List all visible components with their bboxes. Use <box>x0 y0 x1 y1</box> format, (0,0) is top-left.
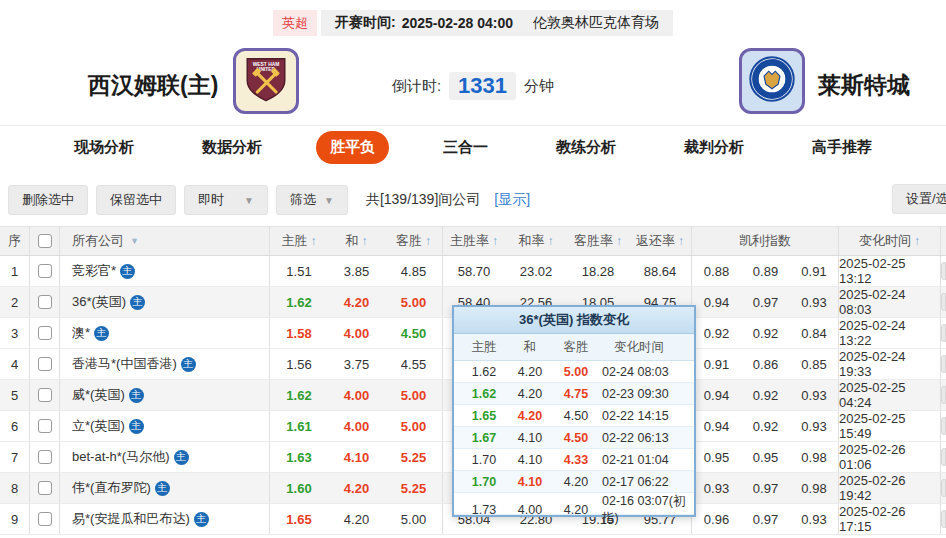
kelly-value: 0.92 <box>692 318 741 348</box>
odds-value[interactable]: 5.00 <box>385 504 443 534</box>
odds-value[interactable]: 4.20 <box>328 287 385 317</box>
select-all-checkbox[interactable] <box>38 234 52 248</box>
col-header-return-rate[interactable]: 返还率↑ <box>629 227 692 255</box>
odds-value[interactable]: 4.00 <box>328 318 385 348</box>
odds-value[interactable]: 4.20 <box>328 504 385 534</box>
nav-tab[interactable]: 三合一 <box>429 131 502 164</box>
keep-selected-button[interactable]: 保留选中 <box>96 185 176 215</box>
odds-value[interactable]: 1.60 <box>270 473 328 503</box>
odds-value[interactable]: 5.00 <box>385 411 443 441</box>
kelly-value: 0.94 <box>692 411 741 441</box>
instant-odds-select[interactable]: 即时 ▼ <box>184 185 268 215</box>
kelly-value: 0.86 <box>741 349 790 379</box>
row-action-button-cutoff[interactable] <box>941 386 946 404</box>
nav-tab[interactable]: 裁判分析 <box>670 131 758 164</box>
company-cell[interactable]: bet-at-h*(马尔他)主 <box>60 442 270 472</box>
odds-value[interactable]: 4.55 <box>385 349 443 379</box>
nav-tab[interactable]: 教练分析 <box>542 131 630 164</box>
rate-value: 58.70 <box>443 256 505 286</box>
row-action-button-cutoff[interactable] <box>941 510 946 528</box>
odds-value[interactable]: 1.51 <box>270 256 328 286</box>
odds-value[interactable]: 5.00 <box>385 380 443 410</box>
settings-select-button[interactable]: 设置/选择 <box>892 184 946 214</box>
filter-button[interactable]: 筛选 ▼ <box>276 185 348 215</box>
nav-tab[interactable]: 胜平负 <box>316 131 389 164</box>
odds-value[interactable]: 1.61 <box>270 411 328 441</box>
col-header-away-rate[interactable]: 客胜率↑ <box>567 227 629 255</box>
row-checkbox[interactable] <box>38 295 52 309</box>
odds-value[interactable]: 4.50 <box>385 318 443 348</box>
nav-tab[interactable]: 现场分析 <box>60 131 148 164</box>
col-header-home-rate[interactable]: 主胜率↑ <box>443 227 505 255</box>
odds-value[interactable]: 4.85 <box>385 256 443 286</box>
odds-value[interactable]: 1.56 <box>270 349 328 379</box>
row-checkbox[interactable] <box>38 326 52 340</box>
row-action-button-cutoff[interactable] <box>941 448 946 466</box>
odds-value[interactable]: 3.75 <box>328 349 385 379</box>
row-action-cell <box>941 380 946 410</box>
odds-value[interactable]: 1.63 <box>270 442 328 472</box>
odds-value[interactable]: 5.25 <box>385 442 443 472</box>
odds-value[interactable]: 1.62 <box>270 380 328 410</box>
row-checkbox-cell <box>30 473 60 503</box>
company-name: 澳* <box>72 324 90 342</box>
company-cell[interactable]: 威*(英国)主 <box>60 380 270 410</box>
row-checkbox[interactable] <box>38 512 52 526</box>
row-action-cell <box>941 287 946 317</box>
row-checkbox[interactable] <box>38 357 52 371</box>
odds-value[interactable]: 4.10 <box>328 442 385 472</box>
company-cell[interactable]: 36*(英国)主 <box>60 287 270 317</box>
row-seq: 6 <box>0 411 30 441</box>
company-cell[interactable]: 竞彩官*主 <box>60 256 270 286</box>
nav-tab[interactable]: 高手推荐 <box>798 131 886 164</box>
popup-col-time: 变化时间 <box>600 334 688 360</box>
company-cell[interactable]: 伟*(直布罗陀)主 <box>60 473 270 503</box>
odds-value[interactable]: 5.00 <box>385 287 443 317</box>
chevron-down-icon: ▼ <box>324 195 334 206</box>
delete-selected-button[interactable]: 删除选中 <box>8 185 88 215</box>
row-action-button-cutoff[interactable] <box>941 479 946 497</box>
company-cell[interactable]: 香港马*(中国香港)主 <box>60 349 270 379</box>
odds-value[interactable]: 1.65 <box>270 504 328 534</box>
sort-asc-icon: ↑ <box>548 234 554 248</box>
away-team-name: 莱斯特城 <box>818 70 910 101</box>
col-header-change-time[interactable]: 变化时间↑ <box>839 227 941 255</box>
popup-change-time: 02-22 06:13 <box>600 427 688 448</box>
row-action-button-cutoff[interactable] <box>941 262 946 280</box>
show-link[interactable]: [显示] <box>494 191 530 209</box>
odds-value[interactable]: 4.20 <box>328 473 385 503</box>
col-header-stub <box>941 227 946 255</box>
countdown-unit: 分钟 <box>524 77 554 96</box>
odds-value[interactable]: 5.25 <box>385 473 443 503</box>
row-checkbox-cell <box>30 411 60 441</box>
nav-tab[interactable]: 数据分析 <box>188 131 276 164</box>
odds-value[interactable]: 1.62 <box>270 287 328 317</box>
odds-value[interactable]: 4.00 <box>328 380 385 410</box>
row-checkbox[interactable] <box>38 388 52 402</box>
row-checkbox-cell <box>30 256 60 286</box>
col-header-draw[interactable]: 和↑ <box>328 227 385 255</box>
row-action-button-cutoff[interactable] <box>941 417 946 435</box>
company-cell[interactable]: 立*(英国)主 <box>60 411 270 441</box>
odds-value[interactable]: 3.85 <box>328 256 385 286</box>
kelly-value: 0.95 <box>692 442 741 472</box>
popup-col-draw: 和 <box>508 334 552 360</box>
row-action-button-cutoff[interactable] <box>941 324 946 342</box>
row-action-button-cutoff[interactable] <box>941 355 946 373</box>
col-header-company[interactable]: 所有公司▼ <box>60 227 270 255</box>
instant-odds-label: 即时 <box>198 191 224 209</box>
odds-value[interactable]: 1.58 <box>270 318 328 348</box>
company-cell[interactable]: 易*(安提瓜和巴布达)主 <box>60 504 270 534</box>
row-checkbox[interactable] <box>38 481 52 495</box>
col-header-away-win[interactable]: 客胜↑ <box>385 227 443 255</box>
league-badge[interactable]: 英超 <box>273 10 317 36</box>
row-checkbox[interactable] <box>38 419 52 433</box>
popup-odds-value: 4.50 <box>552 405 600 426</box>
company-cell[interactable]: 澳*主 <box>60 318 270 348</box>
col-header-draw-rate[interactable]: 和率↑ <box>505 227 567 255</box>
row-checkbox[interactable] <box>38 264 52 278</box>
odds-value[interactable]: 4.00 <box>328 411 385 441</box>
row-action-button-cutoff[interactable] <box>941 293 946 311</box>
col-header-home-win[interactable]: 主胜↑ <box>270 227 328 255</box>
row-checkbox[interactable] <box>38 450 52 464</box>
